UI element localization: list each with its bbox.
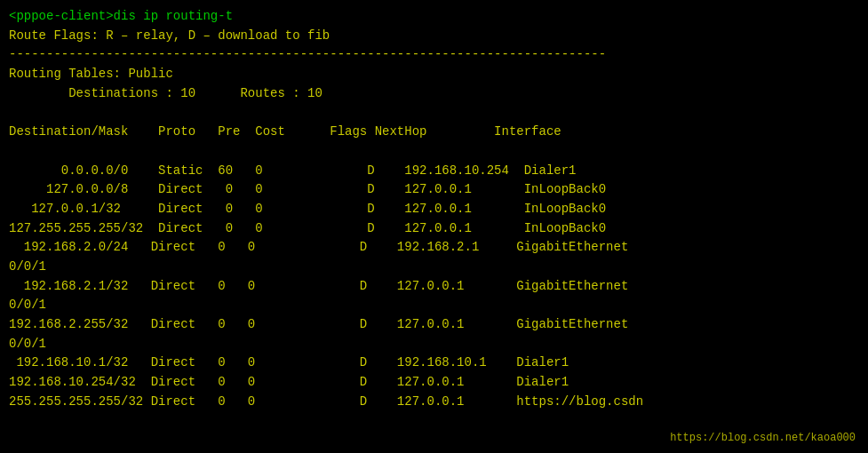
prompt-text: <pppoe-client>dis ip routing-t: [9, 9, 233, 23]
row-9: 255.255.255.255/32 Direct 0 0 D 127.0.0.…: [9, 393, 859, 412]
row-5: 192.168.2.1/32 Direct 0 0 D 127.0.0.1 Gi…: [9, 277, 859, 297]
row-2: 127.0.0.1/32 Direct 0 0 D 127.0.0.1 InLo…: [9, 200, 859, 219]
blank-line-2: [9, 142, 859, 162]
row-1: 127.0.0.0/8 Direct 0 0 D 127.0.0.1 InLoo…: [9, 180, 859, 200]
prompt-line: <pppoe-client>dis ip routing-t: [9, 7, 859, 27]
flags-line: Route Flags: R – relay, D – download to …: [9, 27, 859, 46]
watermark: https://blog.csdn.net/kaoa000: [670, 432, 856, 444]
routing-tables-label: Routing Tables: Public: [9, 65, 859, 84]
row-8: 192.168.10.254/32 Direct 0 0 D 127.0.0.1…: [9, 373, 859, 393]
table-header: Destination/Mask Proto Pre Cost Flags Ne…: [9, 123, 859, 142]
row-5-cont: 0/0/1: [9, 296, 859, 315]
row-4: 192.168.2.0/24 Direct 0 0 D 192.168.2.1 …: [9, 238, 859, 258]
separator-line: ----------------------------------------…: [9, 45, 859, 65]
row-3: 127.255.255.255/32 Direct 0 0 D 127.0.0.…: [9, 219, 859, 239]
row-7: 192.168.10.1/32 Direct 0 0 D 192.168.10.…: [9, 354, 859, 373]
row-4-cont: 0/0/1: [9, 258, 859, 277]
row-6-cont: 0/0/1: [9, 335, 859, 354]
terminal-window: <pppoe-client>dis ip routing-t Route Fla…: [9, 7, 859, 446]
row-0: 0.0.0.0/0 Static 60 0 D 192.168.10.254 D…: [9, 162, 859, 181]
blank-line-1: [9, 103, 859, 123]
destinations-routes-line: Destinations : 10 Routes : 10: [9, 84, 859, 104]
row-6: 192.168.2.255/32 Direct 0 0 D 127.0.0.1 …: [9, 315, 859, 335]
